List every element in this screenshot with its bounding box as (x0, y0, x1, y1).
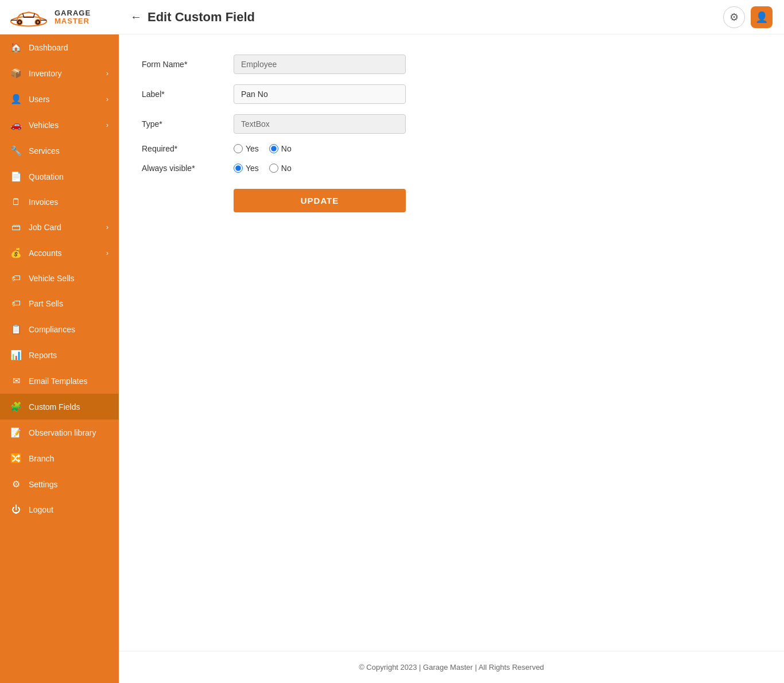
chevron-right-icon: › (106, 69, 108, 77)
form-name-input[interactable] (234, 55, 406, 74)
sidebar-item-label: Invoices (29, 197, 108, 207)
sidebar-item-branch[interactable]: 🔀 Branch (0, 445, 119, 471)
sidebar-item-label: Services (29, 146, 108, 156)
update-button[interactable]: UPDATE (234, 189, 406, 212)
email-templates-icon: ✉ (10, 375, 22, 386)
always-visible-yes-radio[interactable] (234, 164, 243, 173)
required-row: Required* Yes No (142, 144, 544, 153)
sidebar-item-label: Settings (29, 480, 108, 489)
logo-garage: GARAGE (55, 9, 91, 17)
sidebar: GARAGE MASTER 🏠 Dashboard 📦 Inventory › … (0, 0, 119, 683)
top-bar-actions: ⚙ 👤 (723, 6, 773, 28)
sidebar-navigation: 🏠 Dashboard 📦 Inventory › 👤 Users › 🚗 Ve… (0, 34, 119, 683)
logo-master: MASTER (55, 17, 91, 25)
sidebar-item-label: Compliances (29, 325, 108, 334)
form-name-label: Form Name* (142, 60, 234, 69)
part-sells-icon: 🏷 (10, 298, 22, 309)
sidebar-item-label: Inventory (29, 69, 99, 78)
chevron-right-icon: › (106, 95, 108, 103)
sidebar-item-email-templates[interactable]: ✉ Email Templates (0, 368, 119, 394)
always-visible-no-label: No (281, 164, 292, 173)
always-visible-no-option[interactable]: No (269, 164, 292, 173)
reports-icon: 📊 (10, 350, 22, 360)
always-visible-row: Always visible* Yes No (142, 164, 544, 173)
user-avatar-button[interactable]: 👤 (751, 6, 773, 28)
logo-text: GARAGE MASTER (55, 9, 91, 26)
gear-icon: ⚙ (729, 11, 739, 24)
sidebar-item-users[interactable]: 👤 Users › (0, 86, 119, 112)
sidebar-item-accounts[interactable]: 💰 Accounts › (0, 240, 119, 266)
chevron-right-icon: › (106, 249, 108, 257)
footer-text: © Copyright 2023 | Garage Master | All R… (359, 663, 544, 672)
user-icon: 👤 (755, 11, 768, 24)
svg-point-0 (11, 17, 46, 26)
sidebar-item-label: Logout (29, 505, 108, 514)
sidebar-item-settings[interactable]: ⚙ Settings (0, 471, 119, 497)
sidebar-item-label: Dashboard (29, 43, 108, 52)
custom-fields-icon: 🧩 (10, 401, 22, 412)
sidebar-item-reports[interactable]: 📊 Reports (0, 342, 119, 368)
sidebar-item-logout[interactable]: ⏻ Logout (0, 497, 119, 522)
label-row: Label* (142, 84, 544, 104)
form-name-row: Form Name* (142, 55, 544, 74)
sidebar-item-label: Reports (29, 351, 108, 360)
sidebar-item-label: Vehicles (29, 121, 99, 130)
sidebar-item-inventory[interactable]: 📦 Inventory › (0, 60, 119, 86)
back-button[interactable]: ← (130, 10, 142, 24)
sidebar-item-label: Email Templates (29, 377, 108, 386)
users-icon: 👤 (10, 94, 22, 104)
sidebar-item-label: Part Sells (29, 299, 108, 308)
settings-button[interactable]: ⚙ (723, 6, 745, 28)
chevron-right-icon: › (106, 223, 108, 231)
edit-custom-field-form: Form Name* Label* Type* Required* Yes (142, 55, 544, 212)
settings-icon: ⚙ (10, 479, 22, 490)
always-visible-radio-group: Yes No (234, 164, 292, 173)
sidebar-item-label: Accounts (29, 249, 99, 258)
sidebar-item-invoices[interactable]: 🗒 Invoices (0, 189, 119, 215)
always-visible-yes-option[interactable]: Yes (234, 164, 259, 173)
label-label: Label* (142, 90, 234, 99)
required-label: Required* (142, 144, 234, 153)
car-logo-icon (9, 6, 49, 28)
required-no-radio[interactable] (269, 144, 278, 153)
required-no-option[interactable]: No (269, 144, 292, 153)
always-visible-no-radio[interactable] (269, 164, 278, 173)
logo-area: GARAGE MASTER (0, 0, 119, 34)
sidebar-item-vehicles[interactable]: 🚗 Vehicles › (0, 112, 119, 138)
sidebar-item-services[interactable]: 🔧 Services (0, 138, 119, 164)
sidebar-item-label: Quotation (29, 172, 108, 181)
inventory-icon: 📦 (10, 68, 22, 79)
top-bar: ← Edit Custom Field ⚙ 👤 (119, 0, 784, 34)
sidebar-item-dashboard[interactable]: 🏠 Dashboard (0, 34, 119, 60)
sidebar-item-custom-fields[interactable]: 🧩 Custom Fields (0, 394, 119, 420)
sidebar-item-job-card[interactable]: 🗃 Job Card › (0, 215, 119, 240)
branch-icon: 🔀 (10, 453, 22, 464)
sidebar-item-part-sells[interactable]: 🏷 Part Sells (0, 291, 119, 316)
label-input[interactable] (234, 84, 406, 104)
sidebar-item-label: Observation library (29, 428, 108, 437)
compliances-icon: 📋 (10, 324, 22, 335)
chevron-right-icon: › (106, 121, 108, 129)
required-yes-radio[interactable] (234, 144, 243, 153)
sidebar-item-quotation[interactable]: 📄 Quotation (0, 164, 119, 189)
sidebar-item-label: Job Card (29, 223, 99, 232)
job-card-icon: 🗃 (10, 222, 22, 232)
always-visible-yes-label: Yes (246, 164, 259, 173)
page-title: Edit Custom Field (148, 10, 255, 25)
vehicles-icon: 🚗 (10, 119, 22, 130)
required-yes-option[interactable]: Yes (234, 144, 259, 153)
sidebar-item-label: Branch (29, 454, 108, 463)
type-input[interactable] (234, 114, 406, 134)
svg-point-4 (37, 21, 39, 24)
sidebar-item-label: Vehicle Sells (29, 274, 108, 283)
services-icon: 🔧 (10, 145, 22, 156)
accounts-icon: 💰 (10, 247, 22, 258)
always-visible-label: Always visible* (142, 164, 234, 173)
sidebar-item-vehicle-sells[interactable]: 🏷 Vehicle Sells (0, 266, 119, 291)
sidebar-item-compliances[interactable]: 📋 Compliances (0, 316, 119, 342)
sidebar-item-observation-library[interactable]: 📝 Observation library (0, 420, 119, 445)
update-button-row: UPDATE (142, 183, 544, 212)
required-no-label: No (281, 144, 292, 153)
sidebar-item-label: Custom Fields (29, 402, 108, 412)
page-title-area: ← Edit Custom Field (130, 10, 255, 25)
